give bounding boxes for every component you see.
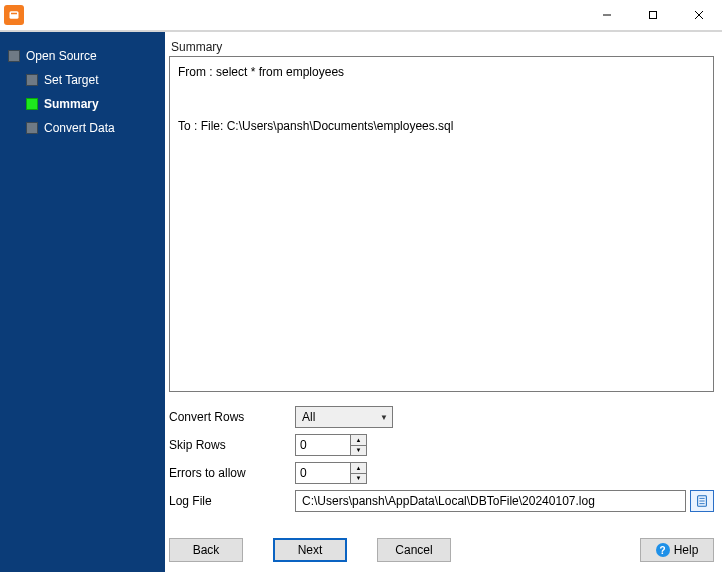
skip-rows-label: Skip Rows — [169, 438, 295, 452]
cancel-button[interactable]: Cancel — [377, 538, 451, 562]
chevron-down-icon: ▼ — [380, 413, 388, 422]
log-file-label: Log File — [169, 494, 295, 508]
svg-rect-3 — [650, 12, 657, 19]
select-value: All — [302, 410, 315, 424]
wizard-sidebar: Open Source Set Target Summary Convert D… — [0, 32, 165, 572]
sidebar-item-label: Summary — [44, 97, 99, 111]
step-node-icon — [26, 122, 38, 134]
step-node-icon — [26, 74, 38, 86]
window-maximize-button[interactable] — [630, 0, 676, 30]
app-icon — [4, 5, 24, 25]
svg-rect-0 — [10, 11, 19, 19]
skip-rows-input[interactable] — [296, 435, 350, 455]
button-label: Next — [298, 543, 323, 557]
errors-label: Errors to allow — [169, 466, 295, 480]
window-close-button[interactable] — [676, 0, 722, 30]
spin-up-icon[interactable]: ▲ — [351, 463, 366, 474]
help-icon: ? — [656, 543, 670, 557]
browse-log-button[interactable] — [690, 490, 714, 512]
step-node-icon — [8, 50, 20, 62]
errors-stepper[interactable]: ▲ ▼ — [295, 462, 367, 484]
sidebar-item-convert-data[interactable]: Convert Data — [8, 116, 165, 140]
sidebar-item-open-source[interactable]: Open Source — [8, 44, 165, 68]
button-label: Back — [193, 543, 220, 557]
sidebar-item-label: Convert Data — [44, 121, 115, 135]
step-node-icon — [26, 98, 38, 110]
button-label: Help — [674, 543, 699, 557]
spin-down-icon[interactable]: ▼ — [351, 446, 366, 456]
next-button[interactable]: Next — [273, 538, 347, 562]
summary-group-label: Summary — [169, 36, 714, 56]
spin-up-icon[interactable]: ▲ — [351, 435, 366, 446]
summary-textarea[interactable]: From : select * from employees To : File… — [169, 56, 714, 392]
button-label: Cancel — [395, 543, 432, 557]
convert-rows-label: Convert Rows — [169, 410, 295, 424]
convert-rows-select[interactable]: All ▼ — [295, 406, 393, 428]
window-minimize-button[interactable] — [584, 0, 630, 30]
back-button[interactable]: Back — [169, 538, 243, 562]
svg-rect-1 — [11, 13, 17, 15]
sidebar-item-label: Set Target — [44, 73, 98, 87]
errors-input[interactable] — [296, 463, 350, 483]
sidebar-item-set-target[interactable]: Set Target — [8, 68, 165, 92]
help-button[interactable]: ? Help — [640, 538, 714, 562]
sidebar-item-label: Open Source — [26, 49, 97, 63]
skip-rows-stepper[interactable]: ▲ ▼ — [295, 434, 367, 456]
spin-down-icon[interactable]: ▼ — [351, 474, 366, 484]
log-file-input[interactable] — [295, 490, 686, 512]
sidebar-item-summary[interactable]: Summary — [8, 92, 165, 116]
document-icon — [695, 494, 709, 508]
